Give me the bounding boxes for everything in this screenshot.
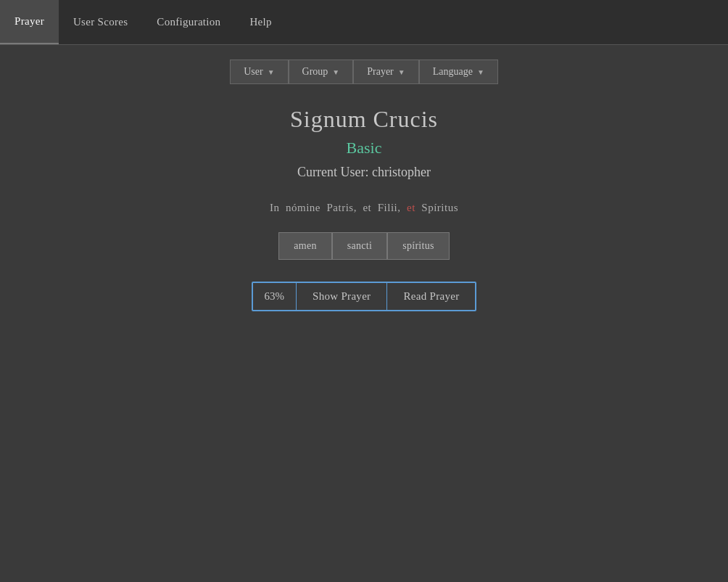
word-btn-amen-label: amen (294, 240, 317, 251)
nav-label-user-scores: User Scores (73, 16, 128, 28)
prayer-text: In nómine Patris, et Filii, et Spíritus (270, 202, 458, 214)
user-filter-chevron-icon: ▼ (268, 68, 275, 76)
filter-bar: User ▼ Group ▼ Prayer ▼ Language ▼ (230, 60, 498, 84)
word-btn-spiritus-label: spíritus (402, 240, 434, 251)
current-user: Current User: christopher (297, 165, 431, 180)
prayer-filter-chevron-icon: ▼ (398, 68, 405, 76)
nav-item-help[interactable]: Help (235, 0, 286, 44)
user-filter-label: User (244, 66, 262, 78)
read-prayer-label: Read Prayer (403, 290, 459, 302)
nav-label-configuration: Configuration (157, 16, 220, 28)
action-bar: 63% Show Prayer Read Prayer (252, 282, 477, 311)
language-filter-chevron-icon: ▼ (477, 68, 484, 76)
nav-label-help: Help (249, 16, 271, 28)
group-filter-chevron-icon: ▼ (332, 68, 339, 76)
prayer-filter-label: Prayer (367, 66, 394, 78)
nav-label-prayer: Prayer (15, 15, 44, 28)
show-prayer-label: Show Prayer (313, 290, 371, 302)
word-btn-sancti[interactable]: sancti (332, 232, 387, 260)
show-prayer-button[interactable]: Show Prayer (297, 283, 387, 310)
read-prayer-button[interactable]: Read Prayer (387, 283, 475, 310)
group-filter-label: Group (302, 66, 328, 78)
word-btn-spiritus[interactable]: spíritus (387, 232, 450, 260)
main-content: User ▼ Group ▼ Prayer ▼ Language ▼ Signu… (0, 45, 728, 311)
nav-item-configuration[interactable]: Configuration (142, 0, 235, 44)
prayer-filter-dropdown[interactable]: Prayer ▼ (353, 60, 418, 84)
navbar: Prayer User Scores Configuration Help (0, 0, 728, 45)
nav-item-prayer[interactable]: Prayer (0, 0, 59, 44)
prayer-text-before: In nómine Patris, et Filii, (270, 202, 407, 213)
prayer-text-highlight: et (407, 202, 415, 213)
word-btn-amen[interactable]: amen (278, 232, 332, 260)
word-btn-sancti-label: sancti (347, 240, 372, 251)
nav-item-user-scores[interactable]: User Scores (59, 0, 142, 44)
language-filter-dropdown[interactable]: Language ▼ (419, 60, 498, 84)
group-filter-dropdown[interactable]: Group ▼ (289, 60, 354, 84)
score-badge: 63% (253, 283, 297, 310)
prayer-text-after: Spíritus (415, 202, 458, 213)
language-filter-label: Language (433, 66, 473, 78)
prayer-title: Signum Crucis (290, 106, 438, 133)
word-buttons: amen sancti spíritus (278, 232, 450, 260)
user-filter-dropdown[interactable]: User ▼ (230, 60, 288, 84)
prayer-level: Basic (347, 139, 382, 157)
